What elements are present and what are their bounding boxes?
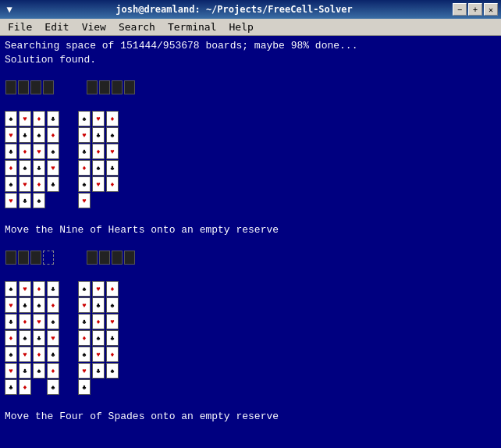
title-bar-title: josh@dreamland: ~/Projects/FreeCell-Solv… [16, 4, 453, 15]
menu-help[interactable]: Help [223, 19, 260, 35]
menu-edit[interactable]: Edit [38, 19, 75, 35]
title-bar-icon: ▼ [3, 3, 16, 16]
title-bar-buttons: − + ✕ [453, 3, 498, 16]
menu-bar: File Edit View Search Terminal Help [0, 19, 501, 36]
maximize-button[interactable]: + [468, 3, 482, 16]
menu-terminal[interactable]: Terminal [162, 19, 223, 35]
menu-file[interactable]: File [2, 19, 38, 35]
minimize-button[interactable]: − [453, 3, 467, 16]
terminal-area[interactable]: Searching space of 151444/953678 boards;… [0, 36, 501, 448]
close-button[interactable]: ✕ [484, 3, 498, 16]
terminal-content: Searching space of 151444/953678 boards;… [5, 39, 496, 423]
menu-search[interactable]: Search [112, 19, 162, 35]
title-bar: ▼ josh@dreamland: ~/Projects/FreeCell-So… [0, 0, 501, 19]
menu-view[interactable]: View [76, 19, 112, 35]
